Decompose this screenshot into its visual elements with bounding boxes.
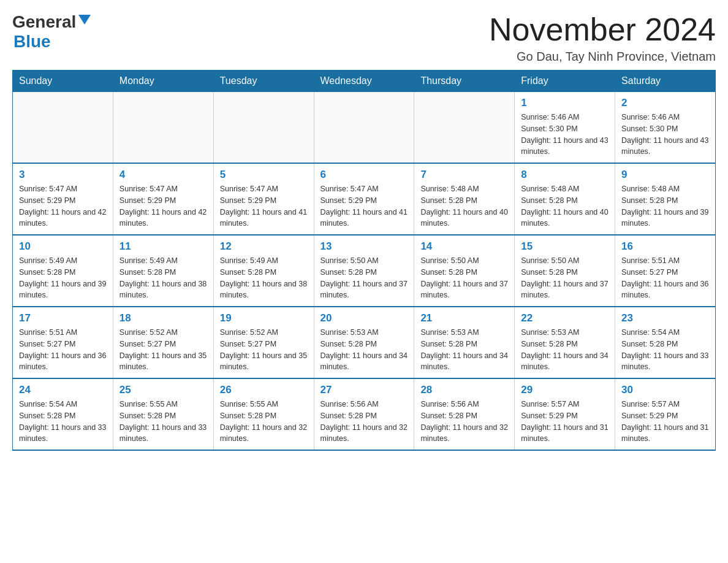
calendar-week-row: 24Sunrise: 5:54 AMSunset: 5:28 PMDayligh… <box>13 378 716 450</box>
calendar-cell: 19Sunrise: 5:52 AMSunset: 5:27 PMDayligh… <box>213 307 314 378</box>
calendar-header: Sunday Monday Tuesday Wednesday Thursday… <box>13 71 716 92</box>
col-saturday: Saturday <box>615 71 716 92</box>
calendar-cell: 15Sunrise: 5:50 AMSunset: 5:28 PMDayligh… <box>515 235 615 307</box>
calendar-cell: 9Sunrise: 5:48 AMSunset: 5:28 PMDaylight… <box>615 163 716 235</box>
logo-general-text: General <box>12 12 76 32</box>
logo-blue-text: Blue <box>13 32 51 51</box>
logo: General Blue <box>12 12 91 52</box>
calendar-table: Sunday Monday Tuesday Wednesday Thursday… <box>12 70 716 451</box>
calendar-week-row: 3Sunrise: 5:47 AMSunset: 5:29 PMDaylight… <box>13 163 716 235</box>
svg-marker-0 <box>78 15 91 25</box>
day-number: 3 <box>19 169 107 181</box>
col-monday: Monday <box>113 71 213 92</box>
calendar-cell: 27Sunrise: 5:56 AMSunset: 5:28 PMDayligh… <box>314 378 414 450</box>
day-info: Sunrise: 5:52 AMSunset: 5:27 PMDaylight:… <box>119 327 207 373</box>
day-info: Sunrise: 5:51 AMSunset: 5:27 PMDaylight:… <box>621 255 709 301</box>
calendar-cell: 23Sunrise: 5:54 AMSunset: 5:28 PMDayligh… <box>615 307 716 378</box>
day-number: 12 <box>220 240 308 253</box>
calendar-cell: 30Sunrise: 5:57 AMSunset: 5:29 PMDayligh… <box>615 378 716 450</box>
page-header: General Blue November 2024 Go Dau, Tay N… <box>12 12 716 64</box>
day-info: Sunrise: 5:57 AMSunset: 5:29 PMDaylight:… <box>521 399 609 445</box>
day-info: Sunrise: 5:48 AMSunset: 5:28 PMDaylight:… <box>420 183 508 229</box>
day-info: Sunrise: 5:48 AMSunset: 5:28 PMDaylight:… <box>621 183 709 229</box>
calendar-cell: 29Sunrise: 5:57 AMSunset: 5:29 PMDayligh… <box>515 378 615 450</box>
day-number: 9 <box>621 169 709 181</box>
day-number: 17 <box>19 312 107 324</box>
calendar-cell <box>414 92 515 164</box>
col-wednesday: Wednesday <box>314 71 414 92</box>
col-tuesday: Tuesday <box>213 71 314 92</box>
day-number: 13 <box>320 240 408 253</box>
calendar-cell: 16Sunrise: 5:51 AMSunset: 5:27 PMDayligh… <box>615 235 716 307</box>
day-info: Sunrise: 5:47 AMSunset: 5:29 PMDaylight:… <box>119 183 207 229</box>
calendar-cell <box>13 92 113 164</box>
calendar-week-row: 17Sunrise: 5:51 AMSunset: 5:27 PMDayligh… <box>13 307 716 378</box>
calendar-cell: 8Sunrise: 5:48 AMSunset: 5:28 PMDaylight… <box>515 163 615 235</box>
day-number: 20 <box>320 312 408 324</box>
day-number: 21 <box>420 312 508 324</box>
day-number: 16 <box>621 240 709 253</box>
calendar-week-row: 1Sunrise: 5:46 AMSunset: 5:30 PMDaylight… <box>13 92 716 164</box>
day-info: Sunrise: 5:49 AMSunset: 5:28 PMDaylight:… <box>119 255 207 301</box>
calendar-cell: 4Sunrise: 5:47 AMSunset: 5:29 PMDaylight… <box>113 163 213 235</box>
day-number: 6 <box>320 169 408 181</box>
calendar-cell <box>314 92 414 164</box>
calendar-cell: 13Sunrise: 5:50 AMSunset: 5:28 PMDayligh… <box>314 235 414 307</box>
day-info: Sunrise: 5:53 AMSunset: 5:28 PMDaylight:… <box>320 327 408 373</box>
day-number: 4 <box>119 169 207 181</box>
day-number: 8 <box>521 169 609 181</box>
calendar-cell: 20Sunrise: 5:53 AMSunset: 5:28 PMDayligh… <box>314 307 414 378</box>
calendar-cell: 22Sunrise: 5:53 AMSunset: 5:28 PMDayligh… <box>515 307 615 378</box>
day-number: 15 <box>521 240 609 253</box>
calendar-cell: 28Sunrise: 5:56 AMSunset: 5:28 PMDayligh… <box>414 378 515 450</box>
day-number: 22 <box>521 312 609 324</box>
calendar-cell: 10Sunrise: 5:49 AMSunset: 5:28 PMDayligh… <box>13 235 113 307</box>
day-number: 7 <box>420 169 508 181</box>
col-thursday: Thursday <box>414 71 515 92</box>
calendar-cell: 3Sunrise: 5:47 AMSunset: 5:29 PMDaylight… <box>13 163 113 235</box>
day-number: 30 <box>621 384 709 396</box>
day-info: Sunrise: 5:54 AMSunset: 5:28 PMDaylight:… <box>19 399 107 445</box>
day-info: Sunrise: 5:54 AMSunset: 5:28 PMDaylight:… <box>621 327 709 373</box>
logo-arrow-icon <box>78 15 91 27</box>
calendar-cell <box>113 92 213 164</box>
day-info: Sunrise: 5:55 AMSunset: 5:28 PMDaylight:… <box>220 399 308 445</box>
days-of-week-row: Sunday Monday Tuesday Wednesday Thursday… <box>13 71 716 92</box>
calendar-cell: 24Sunrise: 5:54 AMSunset: 5:28 PMDayligh… <box>13 378 113 450</box>
day-info: Sunrise: 5:50 AMSunset: 5:28 PMDaylight:… <box>420 255 508 301</box>
calendar-week-row: 10Sunrise: 5:49 AMSunset: 5:28 PMDayligh… <box>13 235 716 307</box>
day-info: Sunrise: 5:47 AMSunset: 5:29 PMDaylight:… <box>320 183 408 229</box>
day-number: 18 <box>119 312 207 324</box>
calendar-cell <box>213 92 314 164</box>
day-info: Sunrise: 5:47 AMSunset: 5:29 PMDaylight:… <box>220 183 308 229</box>
calendar-cell: 26Sunrise: 5:55 AMSunset: 5:28 PMDayligh… <box>213 378 314 450</box>
day-info: Sunrise: 5:53 AMSunset: 5:28 PMDaylight:… <box>420 327 508 373</box>
calendar-body: 1Sunrise: 5:46 AMSunset: 5:30 PMDaylight… <box>13 92 716 451</box>
title-section: November 2024 Go Dau, Tay Ninh Province,… <box>489 12 716 64</box>
calendar-cell: 12Sunrise: 5:49 AMSunset: 5:28 PMDayligh… <box>213 235 314 307</box>
day-info: Sunrise: 5:50 AMSunset: 5:28 PMDaylight:… <box>521 255 609 301</box>
calendar-cell: 1Sunrise: 5:46 AMSunset: 5:30 PMDaylight… <box>515 92 615 164</box>
col-friday: Friday <box>515 71 615 92</box>
day-info: Sunrise: 5:51 AMSunset: 5:27 PMDaylight:… <box>19 327 107 373</box>
day-number: 26 <box>220 384 308 396</box>
day-number: 1 <box>521 97 609 109</box>
day-info: Sunrise: 5:52 AMSunset: 5:27 PMDaylight:… <box>220 327 308 373</box>
day-number: 29 <box>521 384 609 396</box>
day-info: Sunrise: 5:46 AMSunset: 5:30 PMDaylight:… <box>621 112 709 158</box>
day-number: 11 <box>119 240 207 253</box>
day-info: Sunrise: 5:47 AMSunset: 5:29 PMDaylight:… <box>19 183 107 229</box>
day-info: Sunrise: 5:56 AMSunset: 5:28 PMDaylight:… <box>420 399 508 445</box>
day-info: Sunrise: 5:49 AMSunset: 5:28 PMDaylight:… <box>220 255 308 301</box>
col-sunday: Sunday <box>13 71 113 92</box>
calendar-cell: 2Sunrise: 5:46 AMSunset: 5:30 PMDaylight… <box>615 92 716 164</box>
calendar-cell: 11Sunrise: 5:49 AMSunset: 5:28 PMDayligh… <box>113 235 213 307</box>
day-number: 24 <box>19 384 107 396</box>
day-info: Sunrise: 5:46 AMSunset: 5:30 PMDaylight:… <box>521 112 609 158</box>
day-number: 2 <box>621 97 709 109</box>
calendar-cell: 6Sunrise: 5:47 AMSunset: 5:29 PMDaylight… <box>314 163 414 235</box>
calendar-cell: 17Sunrise: 5:51 AMSunset: 5:27 PMDayligh… <box>13 307 113 378</box>
calendar-cell: 18Sunrise: 5:52 AMSunset: 5:27 PMDayligh… <box>113 307 213 378</box>
day-info: Sunrise: 5:48 AMSunset: 5:28 PMDaylight:… <box>521 183 609 229</box>
day-number: 28 <box>420 384 508 396</box>
